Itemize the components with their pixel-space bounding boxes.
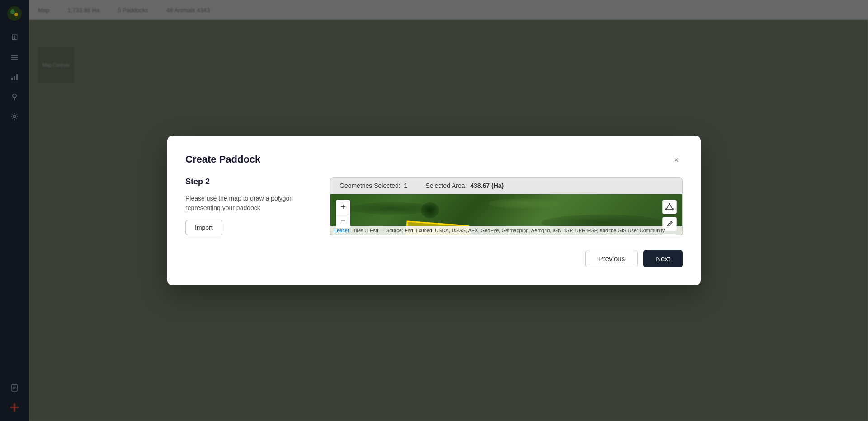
create-paddock-modal: Create Paddock × Step 2 Please use the m… xyxy=(167,136,701,285)
modal-body: Step 2 Please use the map to draw a poly… xyxy=(185,177,683,235)
map-info-bar: Geometries Selected: 1 Selected Area: 43… xyxy=(330,177,683,194)
map-zoom-controls: + − xyxy=(336,200,350,228)
geometries-selected-label: Geometries Selected: 1 xyxy=(340,182,407,189)
svg-point-24 xyxy=(665,208,667,210)
modal-header: Create Paddock × xyxy=(185,154,683,166)
left-panel: Step 2 Please use the map to draw a poly… xyxy=(185,177,312,235)
step-label: Step 2 xyxy=(185,177,312,187)
map-container[interactable]: + − xyxy=(330,194,683,235)
close-button[interactable]: × xyxy=(670,154,683,166)
modal-footer: Previous Next xyxy=(185,246,683,267)
svg-point-22 xyxy=(669,203,670,205)
leaflet-link[interactable]: Leaflet xyxy=(334,228,349,233)
zoom-in-button[interactable]: + xyxy=(336,200,350,214)
attribution-detail: | Tiles © Esri — Source: Esri, i-cubed, … xyxy=(349,228,665,233)
selected-area-label: Selected Area: 438.67 (Ha) xyxy=(425,182,504,189)
previous-button[interactable]: Previous xyxy=(585,250,638,267)
right-panel: Geometries Selected: 1 Selected Area: 43… xyxy=(330,177,683,235)
draw-polygon-tool[interactable] xyxy=(662,200,677,214)
next-button[interactable]: Next xyxy=(643,250,683,267)
svg-point-23 xyxy=(672,208,674,210)
step-description: Please use the map to draw a polygon rep… xyxy=(185,194,312,213)
modal-overlay: Create Paddock × Step 2 Please use the m… xyxy=(0,0,868,421)
modal-title: Create Paddock xyxy=(185,154,260,165)
map-attribution: Leaflet | Tiles © Esri — Source: Esri, i… xyxy=(330,226,682,235)
import-button[interactable]: Import xyxy=(185,220,222,235)
